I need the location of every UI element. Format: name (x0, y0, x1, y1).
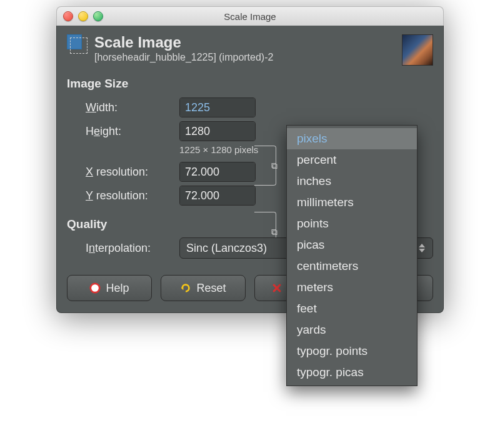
reset-button-label: Reset (196, 282, 226, 295)
y-resolution-input[interactable] (180, 186, 256, 205)
reset-icon (180, 282, 191, 294)
help-button-label: Help (106, 282, 129, 295)
y-resolution-spinner[interactable] (179, 186, 256, 206)
window-zoom-button[interactable] (93, 11, 103, 21)
help-icon (89, 282, 101, 294)
x-resolution-label: X resolution: (86, 166, 179, 179)
scale-image-icon (67, 34, 88, 56)
units-option-yards[interactable]: yards (287, 319, 417, 341)
units-option-picas[interactable]: picas (287, 234, 417, 256)
height-label: Height: (86, 125, 179, 138)
units-option-points[interactable]: points (287, 213, 417, 234)
combo-arrows-icon (419, 241, 429, 256)
width-spinner[interactable] (179, 97, 256, 117)
svg-point-12 (93, 286, 97, 290)
image-thumbnail (402, 34, 433, 66)
units-option-percent[interactable]: percent (287, 149, 417, 171)
units-option-inches[interactable]: inches (287, 171, 417, 192)
image-size-section-label: Image Size (67, 77, 433, 91)
y-resolution-label: Y resolution: (86, 189, 179, 202)
x-resolution-spinner[interactable] (179, 162, 256, 182)
units-option-typogr-picas[interactable]: typogr. picas (287, 362, 417, 383)
width-label: Width: (86, 101, 179, 114)
cancel-icon (271, 282, 282, 294)
units-option-centimeters[interactable]: centimeters (287, 256, 417, 277)
units-option-feet[interactable]: feet (287, 298, 417, 319)
window-minimize-button[interactable] (78, 11, 88, 21)
units-dropdown-menu[interactable]: pixelspercentinchesmillimeterspointspica… (286, 125, 418, 386)
svg-marker-8 (419, 244, 425, 247)
dialog-subtitle: [horseheadir_hubble_1225] (imported)-2 (94, 52, 402, 63)
svg-marker-9 (419, 249, 425, 252)
height-spinner[interactable] (179, 121, 256, 141)
units-option-millimeters[interactable]: millimeters (287, 192, 417, 213)
window-title: Scale Image (57, 11, 443, 22)
reset-button[interactable]: Reset (161, 275, 246, 301)
window-titlebar: Scale Image (56, 6, 444, 26)
x-resolution-input[interactable] (180, 162, 256, 181)
window-close-button[interactable] (63, 11, 73, 21)
interpolation-value: Sinc (Lanczos3) (186, 242, 267, 255)
height-input[interactable] (180, 122, 256, 141)
units-option-meters[interactable]: meters (287, 277, 417, 298)
width-input[interactable] (180, 98, 256, 117)
help-button[interactable]: Help (67, 275, 152, 301)
interpolation-label: Interpolation: (86, 242, 179, 255)
dialog-title: Scale Image (94, 34, 402, 51)
units-option-pixels[interactable]: pixels (287, 128, 417, 149)
units-option-typogr-points[interactable]: typogr. points (287, 341, 417, 362)
